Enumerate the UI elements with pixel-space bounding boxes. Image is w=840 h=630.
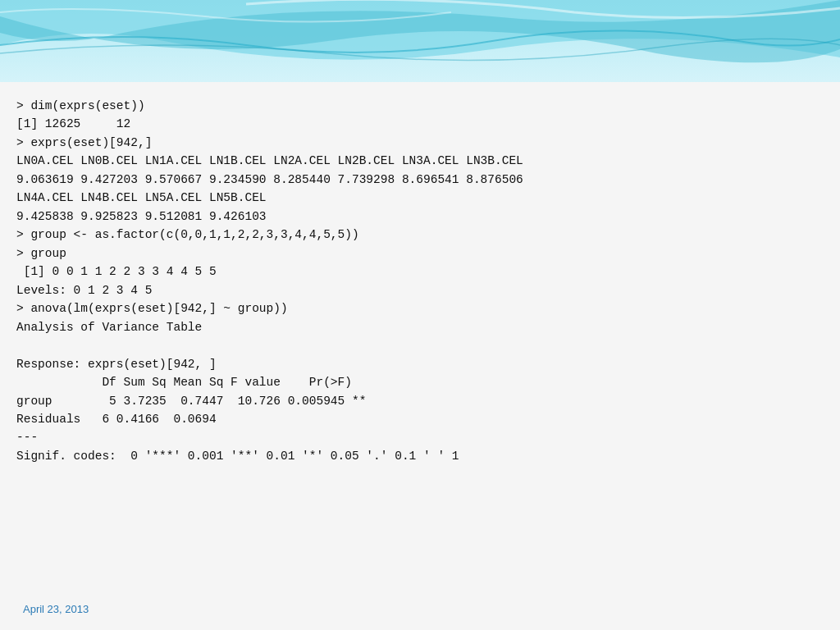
footer-date: April 23, 2013 [23,603,89,615]
console-output: > dim(exprs(eset)) [1] 12625 12 > exprs(… [16,97,824,465]
content-area: > dim(exprs(eset)) [1] 12625 12 > exprs(… [0,82,840,630]
